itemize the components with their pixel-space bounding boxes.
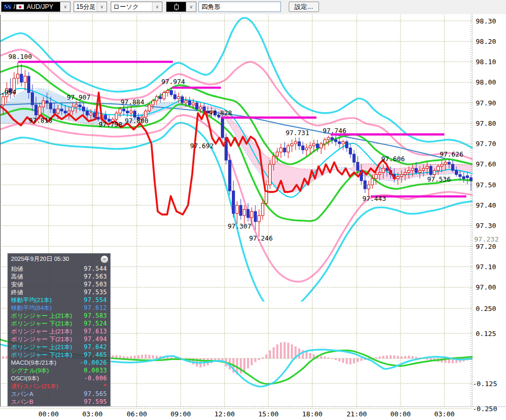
info-row: ボリンジャー 下(21本)97.494 [8,335,110,343]
svg-text:97.60: 97.60 [476,160,496,168]
svg-text:18:00: 18:00 [302,410,322,418]
info-row: 移動平均(21本)97.554 [8,296,110,304]
info-row: ボリンジャー 上(21本)97.583 [8,312,110,320]
info-row: 移動平均(84本)97.612 [8,304,110,312]
svg-text:97.606: 97.606 [381,155,405,163]
svg-text:97.00: 97.00 [476,283,496,291]
settings-button[interactable]: 設定… [289,2,319,12]
svg-text:97.536: 97.536 [427,175,451,183]
svg-text:00:00: 00:00 [390,410,410,418]
australia-flag-icon [4,4,11,9]
info-row: 遅行スパン(21本)* [8,382,110,390]
info-row: OSCI(9本)-0.006 [8,375,110,382]
chevron-down-icon: ∨ [97,2,107,11]
info-row: ボリンジャー 上(21本)97.642 [8,343,110,351]
chevron-down-icon: ∨ [60,2,70,11]
svg-text:15:00: 15:00 [258,410,278,418]
info-row: 始値97.544 [8,265,110,273]
svg-text:03:00: 03:00 [82,410,102,418]
svg-text:06:00: 06:00 [126,410,147,418]
svg-text:97.10: 97.10 [476,263,496,271]
candlestick-icon [174,3,179,10]
svg-text:97.246: 97.246 [249,234,273,242]
svg-text:97.70: 97.70 [476,140,496,148]
chevron-down-icon: ∨ [186,2,196,11]
info-panel-header[interactable]: 2025年9月20日 05:30 − [8,254,110,265]
svg-text:0.125: 0.125 [476,330,496,338]
fx-chart-window: / AUD/JPY ∨ 15分足 ∨ ローソク ∨ ∨ 四角形 設定… .954… [0,0,506,420]
svg-text:97.443: 97.443 [362,195,386,202]
chevron-down-icon: ∨ [152,2,162,11]
svg-text:97.746: 97.746 [323,127,346,135]
candle-style-select[interactable]: ∨ [166,2,196,12]
svg-text:97.40: 97.40 [476,201,496,209]
info-row: ボリンジャー 上(21本)97.613 [8,328,110,335]
current-price-label: 97.232 [474,235,499,243]
svg-text:97.731: 97.731 [286,129,309,137]
svg-text:03:00: 03:00 [434,410,454,418]
symbol-label: AUD/JPY [27,3,53,10]
chart-type-label: ローソク [111,2,152,11]
toolbar: / AUD/JPY ∨ 15分足 ∨ ローソク ∨ ∨ 四角形 設定… [0,0,506,14]
info-row: シグナル(9本)0.0033 [8,367,110,375]
svg-text:98.100: 98.100 [8,53,32,61]
svg-text:97.50: 97.50 [476,181,496,189]
svg-text:98.20: 98.20 [476,38,496,45]
info-row: スパンA97.565 [8,390,110,398]
svg-text:97.818: 97.818 [29,116,52,124]
info-row: MACD(9本/21本)-0.0026 [8,359,110,367]
minimize-button[interactable]: − [101,256,108,263]
svg-text:97.884: 97.884 [121,98,144,106]
svg-text:97.798: 97.798 [99,121,122,128]
info-row: 終値97.535 [8,289,110,296]
drawing-tool-field[interactable]: 四角形 [198,2,281,12]
info-panel-date: 2025年9月20日 05:30 [11,255,69,263]
svg-text:12:00: 12:00 [214,410,234,418]
ohlc-info-panel: 2025年9月20日 05:30 − 始値97.544高値97.563安値97.… [7,253,111,406]
svg-text:98.10: 98.10 [476,58,496,66]
svg-text:.954: .954 [1,88,16,96]
chart-type-select[interactable]: ローソク ∨ [111,2,162,12]
svg-text:98.30: 98.30 [476,17,496,25]
japan-flag-icon [16,4,24,9]
info-row: スパンB97.595 [8,398,110,406]
info-row: ボリンジャー 下(21本)97.524 [8,320,110,328]
info-row: 高値97.563 [8,273,110,281]
svg-text:97.692: 97.692 [190,142,214,150]
info-row: ボリンジャー 下(21本)97.465 [8,351,110,359]
symbol-select[interactable]: / AUD/JPY ∨ [1,2,70,12]
drawing-tool-label: 四角形 [202,3,220,11]
svg-text:21:00: 21:00 [346,410,367,418]
svg-text:-0.250: -0.250 [473,405,497,413]
svg-text:97.800: 97.800 [125,117,148,125]
svg-text:0.250: 0.250 [476,305,496,313]
settings-button-label: 設定… [295,3,313,11]
svg-text:97.626: 97.626 [440,150,463,158]
svg-text:98.00: 98.00 [476,78,496,86]
svg-text:97.90: 97.90 [476,99,496,107]
flag-separator: / [14,3,15,10]
svg-text:09:00: 09:00 [170,410,191,418]
timeframe-select[interactable]: 15分足 ∨ [74,2,107,12]
timeframe-label: 15分足 [74,2,97,11]
svg-text:97.30: 97.30 [476,222,496,230]
info-row: 安値97.503 [8,281,110,289]
svg-text:-0.125: -0.125 [473,380,497,388]
svg-text:00:00: 00:00 [38,410,58,418]
svg-text:97.907: 97.907 [67,93,90,101]
svg-text:97.80: 97.80 [476,119,496,127]
svg-text:97.307: 97.307 [228,222,251,230]
info-panel-rows: 始値97.544高値97.563安値97.503終値97.535移動平均(21本… [8,265,110,406]
svg-text:97.828: 97.828 [208,109,232,117]
svg-text:97.974: 97.974 [161,78,185,86]
svg-text:97.20: 97.20 [476,243,496,250]
